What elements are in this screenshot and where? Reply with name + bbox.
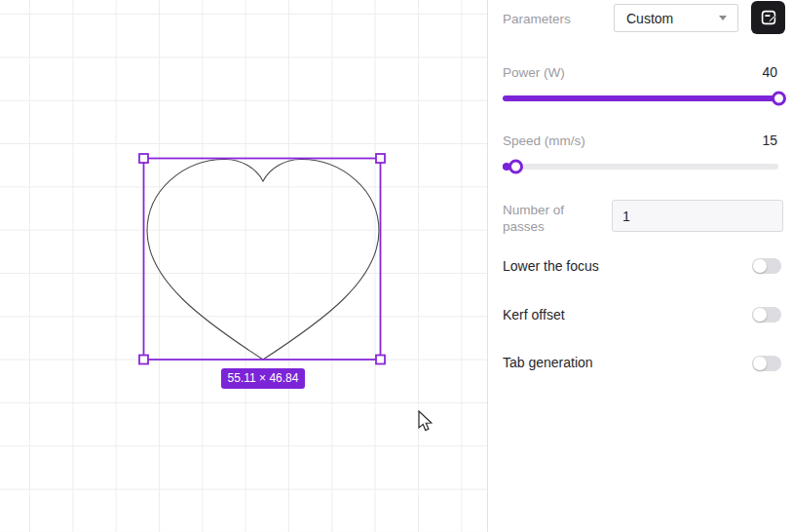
laser-parameters-panel: Parameters Custom Power (W) 40 Speed (mm… — [488, 0, 792, 532]
speed-slider-fill — [503, 164, 515, 170]
handle-top-right[interactable] — [376, 154, 385, 163]
passes-input[interactable] — [612, 200, 783, 232]
power-slider-knob[interactable] — [772, 92, 786, 106]
selection-box[interactable] — [144, 159, 381, 361]
parameters-dropdown[interactable]: Custom — [614, 4, 738, 32]
power-slider[interactable] — [503, 95, 778, 101]
power-slider-fill — [503, 95, 778, 101]
lower-focus-toggle[interactable] — [752, 258, 781, 274]
mouse-cursor-icon — [418, 410, 434, 434]
speed-slider[interactable] — [503, 164, 778, 170]
canvas-scene — [0, 0, 487, 532]
lower-focus-label: Lower the focus — [503, 258, 599, 274]
selection-size-badge: 55.11 × 46.84 — [221, 368, 305, 389]
handle-bottom-right[interactable] — [376, 356, 385, 364]
handle-bottom-left[interactable] — [139, 356, 148, 364]
chevron-down-icon — [719, 16, 727, 20]
tab-generation-toggle-knob — [753, 357, 767, 370]
speed-value: 15 — [762, 133, 777, 149]
passes-label: Number of passes — [503, 202, 595, 235]
kerf-offset-label: Kerf offset — [503, 307, 565, 323]
edit-note-icon — [759, 8, 778, 27]
edit-parameters-button[interactable] — [751, 1, 785, 34]
speed-slider-knob[interactable] — [509, 160, 523, 174]
speed-label: Speed (mm/s) — [503, 133, 585, 149]
selection-handles[interactable] — [139, 154, 385, 364]
tab-generation-toggle[interactable] — [752, 356, 781, 371]
tab-generation-label: Tab generation — [503, 355, 593, 370]
kerf-offset-toggle[interactable] — [752, 307, 781, 323]
heart-shape[interactable] — [147, 160, 379, 361]
kerf-offset-toggle-knob — [753, 308, 767, 322]
power-label: Power (W) — [503, 64, 565, 81]
parameters-label: Parameters — [503, 11, 571, 27]
power-value: 40 — [762, 64, 777, 81]
handle-top-left[interactable] — [139, 154, 148, 163]
lower-focus-toggle-knob — [753, 259, 767, 273]
parameters-dropdown-value: Custom — [626, 11, 719, 26]
design-canvas[interactable]: 55.11 × 46.84 — [0, 0, 487, 532]
